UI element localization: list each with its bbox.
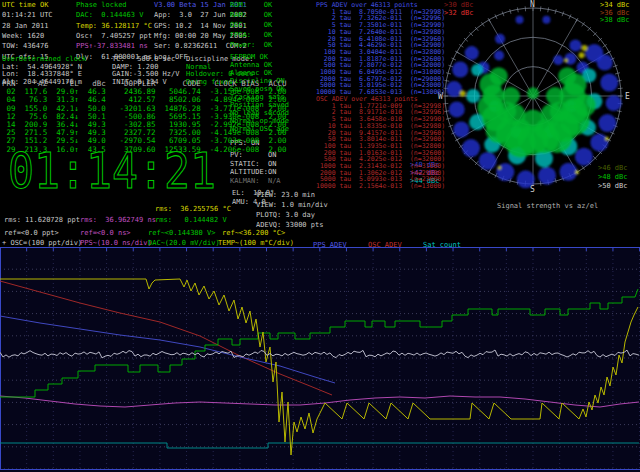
strip-chart[interactable] — [0, 247, 640, 472]
signal-blob — [462, 139, 480, 157]
sat-table-row: 14 200.9 36.4↓ 49.3 -302.85 1930.95 -2.9… — [2, 121, 286, 129]
signal-blob — [498, 166, 502, 170]
signal-blob — [494, 51, 504, 61]
minor-status-line: Saved posn OK — [230, 86, 285, 93]
sat-table-row: 25 271.5 47.9↑ 49.3 2327.72 7325.00 -4.1… — [2, 129, 286, 137]
dbc-legend-botleft-line: >40 dBc — [410, 162, 440, 169]
signal-blob — [471, 64, 483, 76]
signal-strength-sky-map: NESW — [437, 0, 633, 198]
loop-params-block-line: DAMP: 1.200 — [112, 64, 158, 71]
signal-blob — [575, 170, 579, 174]
sat-table-header: PRN °AZ °EL dBc DOPPLER CODE CLOCK BIAS … — [2, 80, 286, 88]
version-col-line: GPS: 10.2 14 Nov 2001 — [154, 23, 247, 30]
position-block-line: Lon: 18.4337848° E — [2, 71, 82, 78]
rcvr-modes-line: PV: ON — [230, 152, 276, 159]
position-block-line: Overdetermined clock — [2, 56, 86, 63]
osc-adev-table-row: 100 tau 1.3935e-011 (n=32800) — [316, 143, 445, 150]
signal-blobs — [446, 16, 622, 189]
signal-blob — [449, 101, 465, 117]
stat-scale-line: + OSC=(100 ppt/div) — [2, 240, 82, 247]
loop-params-block-line: GAIN:-3.500 Hz/V — [112, 71, 179, 78]
utc-status-col-line: UTC ofs: 15 — [2, 54, 48, 61]
signal-blob — [511, 119, 531, 139]
pps-adev-table-row: 100 tau 3.0404e-011 (n=32800) — [316, 49, 445, 56]
degree-tick — [617, 111, 622, 112]
stat-rms-line: rms: 0.144482 V — [155, 217, 227, 224]
signal-blob — [559, 163, 577, 181]
osc-status-col-line: Phase locked — [76, 2, 127, 9]
stat-rms-line: rms: 11.620728 ppt — [4, 217, 80, 224]
minor-status-line: Discipline ON — [230, 78, 285, 85]
signal-blob — [598, 114, 616, 132]
compass-label: S — [530, 185, 535, 194]
degree-tick — [469, 32, 473, 36]
osc-adev-table-row: 1 tau 1.7721e-009 (n=32998) — [316, 103, 445, 110]
hardware-status-line: Power: OK — [230, 42, 272, 49]
discipline-block-line: Normal — [186, 64, 211, 71]
trace-dac-voltage — [0, 289, 638, 397]
signal-blob — [569, 39, 581, 51]
degree-tick — [615, 118, 620, 119]
discipline-block-line: Discipline mode: — [186, 56, 253, 63]
clock-text: 01:14:21 — [8, 142, 216, 198]
osc-adev-table-row: 5 tau 3.6458e-010 (n=32990) — [316, 116, 445, 123]
stat-ref-line: ref~<0.144380 V> — [148, 230, 215, 237]
signal-blob — [496, 163, 514, 181]
stat-rms-line: rms: 36.255756 °C — [155, 206, 231, 213]
signal-blob — [535, 119, 555, 139]
signal-blob — [460, 91, 466, 97]
view-block-line: VIEW: 1.0 min/div — [256, 202, 328, 209]
signal-blob — [452, 62, 468, 78]
degree-tick — [548, 7, 549, 12]
pps-adev-table-row: 1000 tau 6.0495e-012 (n=31000) — [316, 69, 445, 76]
trace-temperature — [0, 279, 638, 455]
minor-status-line: No leap second — [230, 110, 289, 117]
signal-blob — [550, 101, 570, 121]
version-col-line: Mfg: 00:00 20 May 2005 — [154, 33, 247, 40]
signal-blob — [553, 55, 563, 65]
osc-adev-table-row: 5000 tau 5.0993e-013 (n=23000) — [316, 176, 445, 183]
osc-adev-table-row: 500 tau 4.2025e-012 (n=32000) — [316, 156, 445, 163]
plot-area[interactable] — [0, 247, 640, 472]
mask-block-line: EL: 10.0° — [232, 190, 274, 197]
osc-adev-table-row: 1000 tau 2.3143e-012 (n=31000) — [316, 163, 445, 170]
signal-blob — [446, 81, 462, 97]
hardware-status-line: OSC: OK — [230, 22, 272, 29]
loop-params-block-line: TC: 500.0 sec — [112, 56, 175, 63]
osc-status-col-line: Osc↑ 7.405257 ppt — [76, 33, 152, 40]
signal-blob — [527, 87, 539, 99]
signal-blob — [465, 46, 479, 60]
minor-status-line: Normal op mode — [230, 118, 289, 125]
minor-status-line: Antenna OK — [230, 62, 272, 69]
signal-blob — [495, 34, 505, 44]
stat-ref-line: ref=<0.0 ppt> — [4, 230, 59, 237]
view-block-line: ADEVQ: 33000 pts — [256, 222, 323, 229]
pps-adev-table-row: 20 tau 6.4108e-011 (n=32960) — [316, 36, 445, 43]
pps-adev-table-row: 2000 tau 6.6797e-012 (n=29000) — [316, 76, 445, 83]
pps-adev-table-row: 5 tau 7.3501e-011 (n=32990) — [316, 22, 445, 29]
signal-blob — [597, 55, 613, 71]
sat-table-row: 02 117.6 29.0↑ 46.3 2436.89 5046.74 -3.1… — [2, 88, 286, 96]
osc-adev-table-row: 2 tau 8.9171e-010 (n=32996) — [316, 109, 445, 116]
rcvr-modes-line: STATIC: ON — [230, 161, 276, 168]
stat-ref-line: ref~<36.200 °C> — [222, 230, 285, 237]
minor-status-line: Normal OSC age — [230, 126, 289, 133]
sat-table-row: 04 76.3 31.3↑ 46.4 412.57 8502.06 -4.894… — [2, 96, 286, 104]
signal-blob — [516, 16, 524, 24]
osc-adev-table-row: 10 tau 1.8335e-010 (n=32980) — [316, 123, 445, 130]
signal-blob — [538, 167, 556, 185]
degree-tick — [446, 118, 451, 119]
signal-blob — [542, 16, 550, 24]
utc-status-col-line: 01:14:21 UTC — [2, 12, 53, 19]
signal-blob — [606, 95, 622, 111]
signal-blob — [590, 133, 608, 151]
compass-label: N — [530, 0, 535, 9]
degree-tick — [555, 9, 556, 14]
pps-state-line: PPS: ON — [230, 140, 260, 147]
degree-tick — [615, 73, 620, 74]
stat-scale-line: DAC~(20.0 mV/div) — [148, 240, 220, 247]
position-block-line: Lat: 54.4964928° N — [2, 64, 82, 71]
degree-tick — [510, 9, 511, 14]
version-col-line: V3.00 Beta 15 Jan 2011 — [154, 2, 247, 9]
pps-adev-table-row: 200 tau 1.8187e-011 (n=32600) — [316, 56, 445, 63]
